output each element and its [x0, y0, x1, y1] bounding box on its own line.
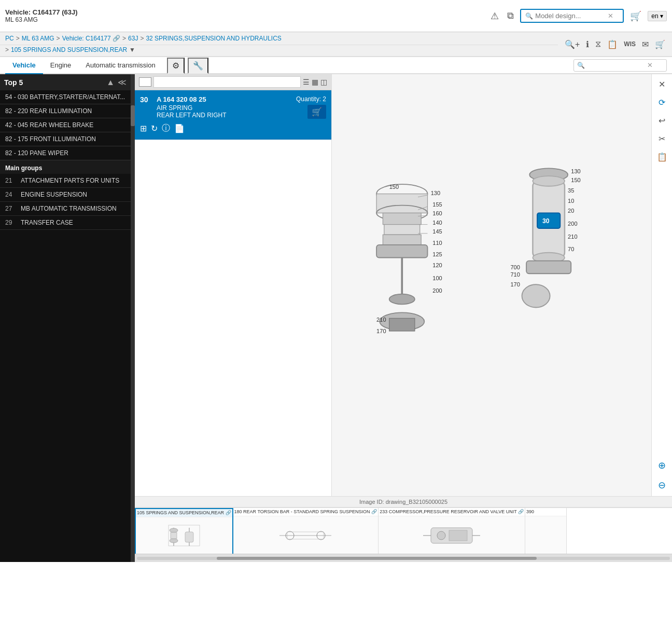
- svg-rect-4: [384, 225, 420, 235]
- breadcrumb-row2: > 105 SPRINGS AND SUSPENSION,REAR ▼: [0, 45, 558, 57]
- tab-search-input[interactable]: [585, 61, 647, 70]
- header-search-clear[interactable]: ✕: [608, 12, 613, 20]
- sidebar-group-21-num: 21: [5, 177, 18, 184]
- parts-checkbox[interactable]: [139, 77, 151, 87]
- part-qty-area: Quantity: 2 🛒: [296, 95, 326, 119]
- svg-point-8: [389, 294, 415, 305]
- svg-text:200: 200: [568, 221, 577, 227]
- bc-springs[interactable]: 32 SPRINGS,SUSPENSION AND HYDRAULICS: [146, 35, 281, 42]
- svg-text:170: 170: [510, 281, 520, 287]
- thumb-180-img: [233, 516, 379, 554]
- sidebar-group-24-num: 24: [5, 191, 18, 198]
- tab-engine[interactable]: Engine: [43, 57, 78, 74]
- svg-rect-61: [449, 530, 467, 541]
- tab-bar: Vehicle Engine Automatic transmission ⚙ …: [0, 57, 672, 74]
- part-info-icon[interactable]: ⓘ: [162, 123, 170, 134]
- warning-icon[interactable]: ⚠: [488, 8, 501, 24]
- sidebar-scrollbar[interactable]: [131, 74, 135, 562]
- parts-header-icons: ☰ ▦ ◫: [303, 78, 327, 86]
- tab-automatic-transmission[interactable]: Automatic transmission: [78, 57, 162, 74]
- thumb-390-label: 390: [525, 508, 566, 516]
- tab-icon-wrench[interactable]: ⚙: [167, 58, 185, 74]
- sidebar-group-29-num: 29: [5, 219, 18, 226]
- thumb-233-label: 233 COMPRESSOR,PRESSURE RESERVOIR AND VA…: [379, 508, 525, 516]
- header-search-input[interactable]: [535, 12, 608, 20]
- sidebar-group-29[interactable]: 29 TRANSFER CASE: [0, 216, 131, 230]
- sidebar-item-rear-brake[interactable]: 42 - 045 REAR WHEEL BRAKE: [0, 118, 131, 132]
- parts-detail-icon[interactable]: ◫: [320, 78, 327, 86]
- bc-63j[interactable]: 63J: [128, 35, 138, 42]
- sidebar-controls: ▲ ≪: [106, 77, 127, 87]
- svg-text:20: 20: [568, 208, 574, 214]
- svg-text:100: 100: [432, 275, 442, 281]
- language-selector[interactable]: en ▾: [648, 11, 667, 21]
- bc-ml63[interactable]: ML 63 AMG: [22, 35, 54, 42]
- bc-105[interactable]: 105 SPRINGS AND SUSPENSION,REAR: [11, 46, 127, 53]
- part-doc-icon[interactable]: 📄: [174, 123, 185, 134]
- info-icon[interactable]: ℹ: [584, 38, 591, 51]
- vehicle-title: Vehicle: C164177 (63J): [5, 8, 77, 16]
- svg-text:210: 210: [568, 234, 577, 240]
- sidebar-menu-btn[interactable]: ≪: [118, 77, 127, 87]
- thumb-180[interactable]: 180 REAR TORSION BAR - STANDARD SPRING S…: [233, 508, 379, 554]
- sidebar-group-27-num: 27: [5, 205, 18, 212]
- image-id-bar: Image ID: drawing_B32105000025: [135, 496, 672, 507]
- scroll-bar[interactable]: [135, 554, 672, 562]
- parts-search-input[interactable]: [153, 76, 301, 88]
- copy-icon[interactable]: ⧉: [505, 8, 516, 23]
- cut-tool-btn[interactable]: ✂: [656, 132, 667, 146]
- thumb-233[interactable]: 233 COMPRESSOR,PRESSURE RESERVOIR AND VA…: [379, 508, 525, 554]
- svg-text:10: 10: [568, 198, 574, 204]
- tab-vehicle[interactable]: Vehicle: [5, 57, 43, 74]
- sidebar-item-front-illum[interactable]: 82 - 175 FRONT ILLUMINATION: [0, 132, 131, 146]
- cart-tool-icon[interactable]: 🛒: [653, 38, 667, 51]
- svg-text:120: 120: [432, 262, 442, 268]
- close-tool-btn[interactable]: ✕: [656, 77, 667, 91]
- scroll-thumb[interactable]: [217, 557, 537, 560]
- back-tool-btn[interactable]: ↩: [656, 114, 667, 128]
- doc-tool-btn[interactable]: 📋: [655, 150, 669, 164]
- bc-pc[interactable]: PC: [5, 35, 14, 42]
- zoom-in-tool[interactable]: ⊕: [656, 458, 668, 473]
- part-refresh-icon[interactable]: ↻: [151, 123, 158, 134]
- tab-icon-gear[interactable]: 🔧: [188, 58, 208, 74]
- parts-grid-icon[interactable]: ▦: [312, 78, 318, 86]
- svg-text:110: 110: [432, 240, 442, 246]
- sidebar-group-24[interactable]: 24 ENGINE SUSPENSION: [0, 188, 131, 202]
- sidebar-item-battery[interactable]: 54 - 030 BATTERY,STARTER/ALTERNAT...: [0, 90, 131, 104]
- part-add-to-cart[interactable]: 🛒: [307, 105, 326, 119]
- zoom-out-tool[interactable]: ⊖: [656, 477, 668, 493]
- list-icon[interactable]: 📋: [606, 38, 619, 51]
- svg-text:35: 35: [568, 187, 574, 194]
- cart-icon[interactable]: 🛒: [628, 8, 643, 24]
- sidebar-item-pane-wiper[interactable]: 82 - 120 PANE WIPER: [0, 146, 131, 160]
- thumb-390[interactable]: 390: [525, 508, 567, 554]
- svg-text:170: 170: [376, 328, 386, 334]
- sidebar: Top 5 ▲ ≪ 54 - 030 BATTERY,STARTER/ALTER…: [0, 74, 135, 562]
- thumb-233-img: [379, 516, 525, 554]
- tab-search-clear[interactable]: ✕: [647, 61, 653, 69]
- svg-rect-52: [171, 532, 177, 539]
- svg-rect-54: [185, 532, 193, 542]
- sidebar-group-27[interactable]: 27 MB AUTOMATIC TRANSMISSION: [0, 202, 131, 216]
- parts-list-icon[interactable]: ☰: [303, 78, 310, 86]
- sidebar-group-29-label: TRANSFER CASE: [21, 219, 73, 226]
- part-table-icon[interactable]: ⊞: [140, 123, 147, 134]
- rotate-tool-btn[interactable]: ⟳: [656, 95, 667, 109]
- svg-text:130: 130: [431, 190, 440, 196]
- bc-vehicle[interactable]: Vehicle: C164177 🔗: [62, 35, 120, 42]
- wis-icon[interactable]: WIS: [622, 39, 637, 49]
- svg-text:210: 210: [376, 317, 386, 323]
- thumbnail-bar: 105 SPRINGS AND SUSPENSION,REAR 🔗 180 RE…: [135, 507, 672, 554]
- mail-icon[interactable]: ✉: [640, 38, 650, 51]
- svg-point-51: [170, 539, 178, 543]
- bc-dropdown[interactable]: ▼: [129, 46, 135, 53]
- sidebar-collapse-btn[interactable]: ▲: [106, 77, 115, 87]
- sidebar-group-27-label: MB AUTOMATIC TRANSMISSION: [21, 205, 117, 212]
- zoom-in-icon[interactable]: 🔍+: [563, 38, 581, 51]
- thumb-105[interactable]: 105 SPRINGS AND SUSPENSION,REAR 🔗: [135, 508, 233, 554]
- sidebar-group-21[interactable]: 21 ATTACHMENT PARTS FOR UNITS: [0, 174, 131, 188]
- svg-text:700: 700: [510, 264, 520, 270]
- sidebar-item-rear-illum[interactable]: 82 - 220 REAR ILLUMINATION: [0, 104, 131, 118]
- filter-icon[interactable]: ⧖: [594, 38, 603, 50]
